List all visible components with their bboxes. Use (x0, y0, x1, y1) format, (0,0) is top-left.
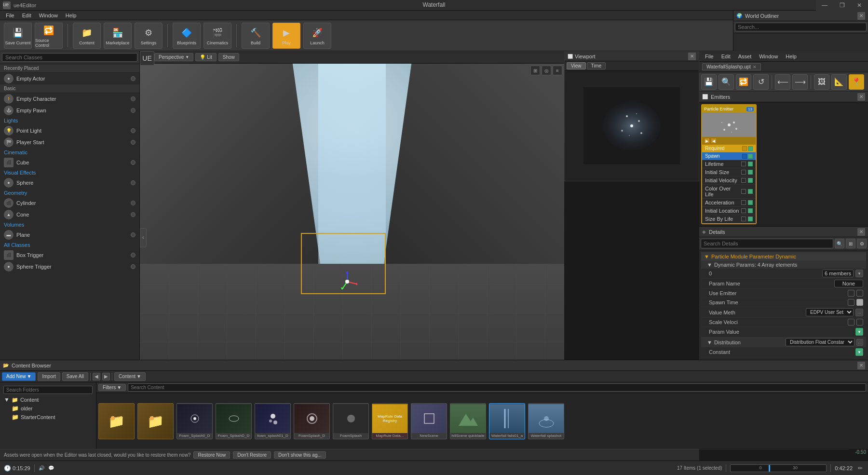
lights-category[interactable]: Lights (0, 116, 139, 125)
details-subsection-1[interactable]: ▼ Dynamic Params: 4 Array elements (701, 261, 866, 269)
module-initial-velocity[interactable]: Initial Velocity (702, 176, 756, 185)
cascade-origin-btn[interactable]: 📍 (849, 74, 864, 90)
emitter-card[interactable]: Particle Emitter 13 ▶ ◀ (701, 104, 757, 224)
value-method-dropdown[interactable]: EDPV User Set (806, 308, 854, 316)
particle-vp-close[interactable]: ✕ (688, 53, 696, 60)
asset-waterfall-falls[interactable]: Waterfall falls01_a (489, 403, 525, 439)
asset-map-rule[interactable]: MapRule Data Registry MapRule Data... (372, 403, 408, 439)
toolbar-play[interactable]: ▶ Play (272, 23, 300, 49)
cascade-thumbnail-btn[interactable]: 🖼 (814, 74, 829, 90)
search-content-input[interactable] (128, 383, 866, 392)
array-collapse-btn[interactable]: ▼ (855, 270, 863, 277)
module-initial-location-check[interactable] (741, 208, 746, 213)
emitters-close-btn[interactable]: ✕ (857, 93, 865, 101)
basic-header[interactable]: Basic (0, 84, 139, 93)
module-initial-location-green[interactable] (748, 208, 753, 213)
scale-veloci-check2[interactable] (856, 319, 863, 326)
cinematic-category[interactable]: Cinematic (0, 148, 139, 157)
toolbar-save-current[interactable]: 💾 Save Current (4, 23, 32, 49)
details-settings-btn[interactable]: ⚙ (857, 239, 867, 248)
module-spawn[interactable]: Spawn (702, 152, 756, 160)
module-initial-velocity-green[interactable] (748, 178, 753, 183)
actor-empty-actor[interactable]: ● Empty Actor (0, 73, 139, 84)
world-outliner-search[interactable] (735, 23, 867, 31)
cascade-redo-btn[interactable]: ⟶ (792, 74, 808, 90)
cone-pin[interactable] (131, 212, 136, 217)
toolbar-launch[interactable]: 🚀 Launch (303, 23, 331, 49)
world-outliner-close[interactable]: ✕ (857, 12, 865, 20)
details-section-header[interactable]: ▼ Particle Module Parameter Dynamic (701, 252, 866, 261)
distribution-btn[interactable]: … (856, 339, 863, 346)
vp-icon-2[interactable]: ◎ (542, 66, 551, 75)
spawn-time-check[interactable] (848, 299, 854, 306)
menu-edit[interactable]: Edit (18, 11, 35, 20)
details-close-btn[interactable]: ✕ (857, 228, 865, 236)
emitter-icon-1[interactable]: ▶ (704, 138, 710, 144)
audio-icon[interactable]: 🔊 (39, 465, 44, 471)
window-controls[interactable]: — ❐ ✕ (816, 0, 868, 11)
actor-sphere[interactable]: ● Sphere (0, 177, 139, 189)
minimize-button[interactable]: — (816, 0, 833, 11)
actor-empty-character[interactable]: 🚶 Empty Character (0, 93, 139, 105)
show-button[interactable]: Show (218, 53, 239, 61)
use-emitter-check2[interactable] (856, 290, 863, 297)
cb-forward-btn[interactable]: ▶ (102, 373, 110, 380)
actor-empty-pawn[interactable]: 🕹 Empty Pawn (0, 105, 139, 116)
module-initial-size-check[interactable] (741, 170, 746, 175)
cascade-tab[interactable]: WaterfallSplashp.upt ✕ (702, 63, 761, 70)
cascade-menu-file[interactable]: File (702, 52, 717, 61)
folder-content[interactable]: ▼ 📁 Content (2, 395, 94, 404)
content-browser-close[interactable]: ✕ (857, 362, 865, 369)
module-size-by-life[interactable]: Size By Life (702, 215, 756, 223)
toolbar-marketplace[interactable]: 🏪 Marketplace (104, 23, 132, 49)
sphere-pin[interactable] (131, 180, 136, 185)
content-root-btn[interactable]: Content ▼ (114, 372, 146, 381)
point-light-pin[interactable] (131, 128, 136, 133)
left-panel-toggle[interactable]: ‹ (140, 228, 147, 247)
transform-widget[interactable] (335, 270, 359, 294)
module-size-by-life-green[interactable] (748, 217, 753, 221)
module-acceleration[interactable]: Acceleration (702, 199, 756, 207)
module-size-by-life-check[interactable] (741, 217, 746, 221)
actor-sphere-trigger[interactable]: ● Sphere Trigger (0, 261, 139, 272)
toolbar-source-control[interactable]: 🔁 Source Control (35, 23, 63, 49)
player-start-pin[interactable] (131, 140, 136, 145)
module-color-over-life-green[interactable] (748, 189, 753, 194)
restore-now-button[interactable]: Restore Now (193, 451, 230, 459)
chat-icon[interactable]: 💬 (48, 465, 54, 471)
filters-button[interactable]: Filters ▼ (98, 384, 126, 391)
module-required-green[interactable] (748, 146, 753, 151)
empty-pawn-pin[interactable] (131, 108, 136, 113)
edit-icon[interactable]: ✏ (856, 464, 864, 472)
cylinder-pin[interactable] (131, 201, 136, 205)
module-acceleration-check[interactable] (741, 200, 746, 205)
cascade-save-btn[interactable]: 💾 (701, 74, 717, 90)
folder-search-input[interactable] (3, 386, 93, 394)
module-required-check[interactable] (742, 146, 747, 151)
lit-button[interactable]: 💡 Lit (195, 53, 217, 61)
asset-foam-splash01[interactable]: foam_splash01_D (255, 403, 291, 439)
actor-plane[interactable]: ▬ Plane (0, 229, 139, 241)
module-lifetime[interactable]: Lifetime (702, 160, 756, 168)
details-search-btn[interactable]: 🔍 (835, 239, 844, 248)
asset-foam-splash-1[interactable]: Foam_Splash0_D (176, 403, 213, 439)
cascade-menu-edit[interactable]: Edit (719, 52, 733, 61)
details-search-input[interactable] (701, 239, 833, 248)
cascade-bounds-btn[interactable]: 📐 (831, 74, 847, 90)
emitter-icon-2[interactable]: ◀ (711, 138, 717, 144)
vp-icon-1[interactable]: ⊞ (530, 66, 540, 75)
module-color-over-life[interactable]: Color Over Life (702, 185, 756, 199)
dont-restore-button[interactable]: Don't Restore (233, 451, 271, 459)
asset-folder-2[interactable]: 📁 (137, 403, 174, 439)
toolbar-build[interactable]: 🔨 Build (242, 23, 270, 49)
empty-actor-pin[interactable] (131, 76, 136, 81)
cascade-restart-level-btn[interactable]: ↺ (753, 74, 769, 90)
geometry-category[interactable]: Geometry (0, 189, 139, 197)
module-initial-size[interactable]: Initial Size (702, 168, 756, 176)
module-acceleration-green[interactable] (748, 200, 753, 205)
cube-pin[interactable] (131, 160, 136, 165)
cb-back-btn[interactable]: ◀ (93, 373, 100, 380)
save-all-button[interactable]: Save All (62, 372, 88, 381)
folder-older[interactable]: 📁 older (2, 404, 94, 413)
toolbar-blueprints[interactable]: 🔷 Blueprints (173, 23, 201, 49)
